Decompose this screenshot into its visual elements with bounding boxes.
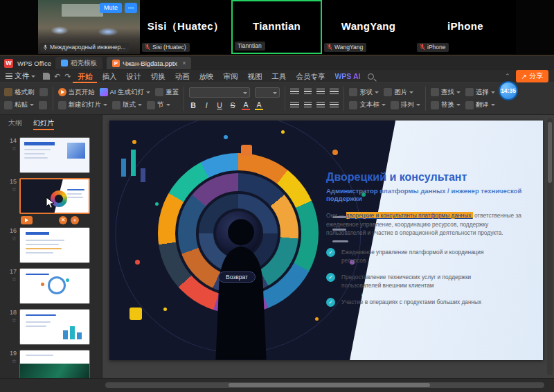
find-button[interactable]: 查找 <box>431 88 461 97</box>
line-spacing-icon[interactable] <box>330 102 339 109</box>
bullet-item[interactable]: ✓ Ежедневное управление платформой и коо… <box>326 248 485 265</box>
slide-thumbnail-17[interactable] <box>19 268 90 304</box>
horizontal-scrollbar-thumb[interactable] <box>229 383 431 387</box>
ribbon-tab-insert[interactable]: 插入 <box>97 70 121 83</box>
outline-tab[interactable]: 大纲 <box>8 118 22 130</box>
class-timer-badge[interactable]: 14:35 <box>499 81 518 100</box>
video-tile-camera[interactable]: Mute ⋯ Международный инженер... <box>38 0 140 54</box>
decorative-bar <box>141 168 145 182</box>
ribbon-tab-membership[interactable]: 会员专享 <box>291 70 330 83</box>
align-center-icon[interactable] <box>304 89 312 96</box>
search-icon[interactable] <box>368 73 374 80</box>
slide-thumbnail-18[interactable] <box>19 309 90 345</box>
slide-paragraph[interactable]: Они — дворецкие и консультанты платформы… <box>326 211 528 238</box>
layout-button[interactable]: 版式 <box>112 100 142 109</box>
picture-button[interactable]: 图片 <box>384 88 413 97</box>
font-family-dropdown[interactable] <box>189 87 250 98</box>
star-icon[interactable]: ☆ <box>4 358 17 365</box>
bullet-list-icon[interactable] <box>290 102 299 109</box>
menu-bar: 文件 ↶ ↷ 开始 插入 设计 切换 动画 放映 审阅 视图 工具 会员专享 W… <box>0 70 554 83</box>
italic-button[interactable]: I <box>202 101 211 109</box>
mute-button[interactable]: Mute <box>100 3 122 13</box>
copy-icon[interactable] <box>39 101 47 109</box>
file-menu-button[interactable]: 文件 <box>6 71 35 81</box>
play-from-current-button[interactable]: 当页开始 <box>58 88 95 97</box>
numbered-list-icon[interactable] <box>304 102 312 109</box>
star-icon[interactable]: ☆ <box>4 276 17 283</box>
format-painter-button[interactable]: 格式刷 <box>4 88 35 97</box>
vertical-scrollbar[interactable] <box>547 118 553 375</box>
section-button[interactable]: 节 <box>147 100 170 109</box>
new-slide-icon <box>58 101 66 109</box>
font-size-dropdown[interactable] <box>255 87 280 98</box>
textbox-button[interactable]: 文本框 <box>349 100 386 109</box>
wps-ai-tab[interactable]: WPS AI <box>330 72 365 80</box>
slide-thumbnail-15-selected[interactable] <box>19 178 90 214</box>
slides-group: 当页开始 AI 生成幻灯 重置 新建幻灯片 <box>58 85 179 112</box>
more-options-button[interactable]: ⋯ <box>125 3 137 13</box>
tab-document[interactable]: P Чжан-Bigdata.pptx × <box>107 57 191 69</box>
video-tile-tianntian-active-speaker[interactable]: Tianntian Tianntian <box>231 0 322 54</box>
align-right-icon[interactable] <box>316 89 325 96</box>
translate-button[interactable]: 翻译 <box>465 100 495 109</box>
align-left-icon[interactable] <box>290 89 299 96</box>
new-slide-button[interactable]: 新建幻灯片 <box>58 100 108 109</box>
slide-thumbnail-14[interactable] <box>19 137 90 173</box>
slide-title[interactable]: Дворецкий и консультант <box>326 171 528 184</box>
ribbon-tab-transition[interactable]: 切换 <box>145 70 170 83</box>
arrange-button[interactable]: 排列 <box>391 100 420 109</box>
vertical-scrollbar-thumb[interactable] <box>548 122 552 183</box>
ribbon-tab-review[interactable]: 审阅 <box>218 70 242 83</box>
bullet-list: ✓ Ежедневное управление платформой и коо… <box>326 248 528 307</box>
font-color-button[interactable]: A <box>242 100 250 110</box>
indent-icon[interactable] <box>316 102 325 109</box>
reset-button[interactable]: 重置 <box>155 88 179 97</box>
paste-button[interactable]: 粘贴 <box>4 100 34 109</box>
shape-button[interactable]: 形状 <box>349 88 379 97</box>
slide-subtitle[interactable]: Администратор платформы данных / инженер… <box>326 187 528 202</box>
video-tile-wangyang[interactable]: WangYang WangYang <box>322 0 415 54</box>
ribbon-tab-design[interactable]: 设计 <box>121 70 145 83</box>
ribbon-tab-slideshow[interactable]: 放映 <box>194 70 218 83</box>
underline-button[interactable]: U <box>215 101 224 109</box>
ribbon-tab-tools[interactable]: 工具 <box>267 70 291 83</box>
select-button[interactable]: 选择 <box>465 88 495 97</box>
tab-docer-templates[interactable]: 稻壳模板 <box>55 57 102 69</box>
close-tab-icon[interactable]: × <box>182 60 186 66</box>
slide-editor[interactable]: Возврат Дворецкий и консультант Админист… <box>109 121 543 360</box>
video-tile-iphone[interactable]: iPhone iPhone <box>415 0 516 54</box>
share-button[interactable]: ↗ 分享 <box>516 70 548 82</box>
slide-canvas[interactable]: Возврат Дворецкий и консультант Админист… <box>102 115 554 378</box>
slide-thumbnail-19[interactable] <box>19 350 90 378</box>
bold-button[interactable]: B <box>189 101 197 109</box>
horizontal-scrollbar[interactable] <box>105 382 544 388</box>
redo-icon[interactable]: ↷ <box>64 72 71 81</box>
ribbon-tab-view[interactable]: 视图 <box>242 70 267 83</box>
highlight-color-button[interactable]: A <box>255 100 263 110</box>
star-icon[interactable]: ☆ <box>4 235 17 242</box>
bullet-item[interactable]: ✓ Предоставление технических услуг и под… <box>326 273 485 289</box>
ribbon-tab-home[interactable]: 开始 <box>73 70 97 83</box>
save-icon[interactable] <box>43 73 50 80</box>
star-icon[interactable]: ☆ <box>4 186 17 193</box>
undo-icon[interactable]: ↶ <box>54 72 60 81</box>
ai-generate-slides-button[interactable]: AI 生成幻灯 <box>100 88 151 97</box>
clipboard-group: 格式刷 粘贴 <box>4 85 48 112</box>
justify-icon[interactable] <box>330 89 339 96</box>
format-painter-icon <box>4 88 12 96</box>
play-animation-button[interactable] <box>21 216 33 224</box>
video-tile-sisi[interactable]: Sisi（Huatec） Sisi (Huatec) <box>140 0 231 54</box>
star-icon[interactable]: ☆ <box>4 317 17 324</box>
remove-animation-button[interactable]: ✕ <box>59 216 67 224</box>
add-animation-button[interactable]: ＋ <box>71 216 79 224</box>
return-button[interactable]: Возврат <box>218 271 256 283</box>
replace-button[interactable]: 替换 <box>431 100 461 109</box>
cut-icon[interactable] <box>39 88 48 96</box>
bullet-item[interactable]: ✓ Участие в операциях с продуктами больш… <box>326 298 485 307</box>
strikethrough-button[interactable]: S <box>229 101 237 109</box>
slide-thumbnail-16[interactable] <box>19 227 90 263</box>
star-icon[interactable]: ☆ <box>4 145 17 152</box>
collapse-ribbon-icon[interactable]: ⌃ <box>505 73 510 80</box>
slides-tab[interactable]: 幻灯片 <box>33 118 54 130</box>
ribbon-tab-animation[interactable]: 动画 <box>170 70 194 83</box>
